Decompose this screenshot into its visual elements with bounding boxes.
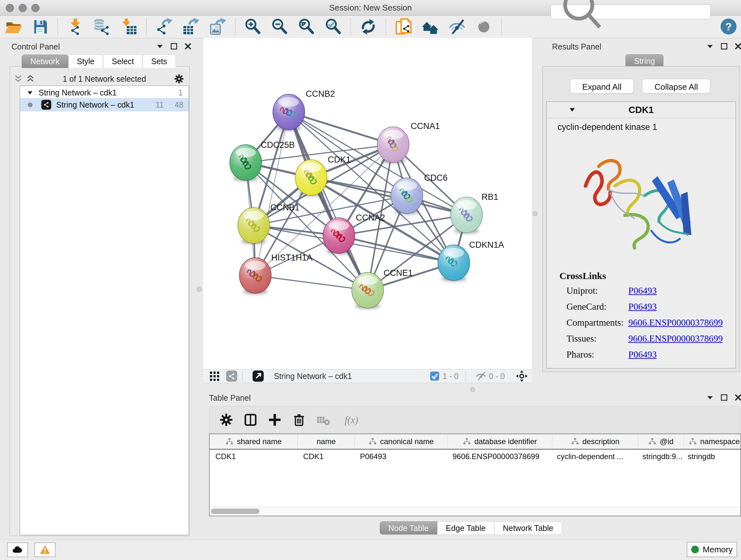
tab-network-table[interactable]: Network Table — [494, 521, 562, 535]
tab-sets[interactable]: Sets — [143, 55, 176, 68]
crosslink-link[interactable]: P06493 — [628, 286, 657, 296]
network-node-CDKN1A[interactable]: CDKN1A — [438, 240, 504, 282]
zoom-fit-icon[interactable] — [297, 18, 315, 36]
column-header-canonicalname[interactable]: canonical name — [355, 434, 448, 449]
network-collection-row[interactable]: String Network – cdk1 1 — [20, 87, 189, 98]
collapse-triangle-icon[interactable] — [26, 89, 33, 96]
expand-all-networks-icon[interactable] — [13, 74, 23, 84]
network-node-CCNB2[interactable]: CCNB2 — [273, 89, 335, 131]
zoom-selected-icon[interactable] — [324, 18, 342, 36]
hidden-eye-icon[interactable] — [475, 371, 486, 381]
left-splitter-handle[interactable] — [197, 287, 202, 292]
duplicate-icon[interactable] — [394, 18, 412, 36]
network-options-gear-icon[interactable] — [174, 73, 185, 84]
network-edge[interactable] — [289, 112, 393, 145]
network-node-CCNE1[interactable]: CCNE1 — [352, 268, 413, 309]
shared-column-icon — [689, 437, 697, 446]
export-image-icon[interactable] — [209, 18, 226, 36]
zoom-out-icon[interactable] — [271, 18, 288, 36]
crosslink-link[interactable]: P06493 — [628, 349, 657, 360]
results-panel-tab-string[interactable]: String — [625, 54, 664, 68]
grid-view-icon[interactable] — [208, 370, 220, 382]
birdseye-navigator-icon[interactable] — [516, 370, 528, 382]
column-header-id[interactable]: @id — [638, 434, 684, 449]
panel-menu-icon[interactable] — [706, 42, 714, 51]
table-options-gear-icon[interactable] — [219, 413, 233, 427]
table-cell[interactable]: CDK1 — [210, 449, 297, 463]
node-table[interactable]: shared namenamecanonical namedatabase id… — [209, 434, 741, 516]
add-column-icon[interactable] — [267, 413, 282, 427]
gene-section-header[interactable]: CDK1 — [547, 102, 736, 118]
crosslink-link[interactable]: 9606.ENSP00000378699 — [628, 317, 723, 328]
table-row[interactable]: CDK1CDK1P064939606.ENSP00000378699cyclin… — [210, 449, 741, 463]
tab-node-table[interactable]: Node Table — [380, 521, 437, 535]
network-node-HIST1H1A[interactable]: HIST1H1A — [239, 253, 313, 294]
export-network-icon[interactable] — [155, 18, 173, 36]
import-table-icon[interactable] — [120, 18, 138, 36]
search-box[interactable] — [550, 4, 711, 19]
zoom-in-icon[interactable] — [244, 18, 262, 36]
tab-network[interactable]: Network — [22, 55, 68, 68]
memory-button[interactable]: Memory — [687, 542, 737, 557]
bottom-splitter-handle[interactable] — [470, 387, 475, 392]
collapse-all-button[interactable]: Collapse All — [642, 79, 711, 94]
network-canvas[interactable]: CCNB2CCNA1CDC25BCDK1CDC6RB1CCNB1CCNA2CDK… — [203, 38, 533, 369]
collapse-triangle-icon[interactable] — [568, 106, 576, 114]
export-table-icon[interactable] — [182, 18, 200, 36]
table-cell[interactable]: 9606.ENSP00000378699 — [447, 449, 551, 463]
import-database-icon[interactable] — [93, 18, 111, 36]
tab-edge-table[interactable]: Edge Table — [437, 521, 494, 535]
column-header-name[interactable]: name — [298, 434, 355, 449]
tab-select[interactable]: Select — [103, 55, 142, 68]
column-header-sharedname[interactable]: shared name — [210, 434, 298, 449]
panel-menu-icon[interactable] — [706, 393, 714, 401]
eye-hide-icon[interactable] — [448, 18, 466, 36]
table-cell[interactable]: P06493 — [354, 449, 447, 463]
refresh-icon[interactable] — [359, 18, 377, 36]
panel-menu-icon[interactable] — [156, 42, 164, 51]
panel-close-icon[interactable] — [184, 42, 192, 51]
collapse-all-networks-icon[interactable] — [25, 74, 35, 84]
column-header-namespace[interactable]: namespace — [684, 434, 741, 449]
search-input[interactable] — [610, 5, 711, 18]
crosslink-link[interactable]: 9606.ENSP00000378699 — [628, 333, 723, 344]
panel-float-icon[interactable] — [170, 42, 178, 51]
network-edge[interactable] — [255, 275, 367, 290]
column-header-databaseidentifier[interactable]: database identifier — [448, 434, 552, 449]
table-cell[interactable]: cyclin-dependent ... — [551, 449, 636, 463]
right-splitter-handle[interactable] — [533, 211, 538, 216]
network-edges[interactable] — [246, 112, 467, 290]
selected-checkbox-icon[interactable] — [429, 371, 440, 381]
save-icon[interactable] — [31, 18, 49, 36]
table-cell[interactable]: stringdb — [682, 449, 741, 463]
panel-close-icon[interactable] — [734, 393, 741, 401]
panel-close-icon[interactable] — [734, 42, 741, 51]
panel-float-icon[interactable] — [720, 42, 728, 51]
open-icon[interactable] — [4, 18, 22, 36]
import-network-icon[interactable] — [66, 18, 84, 36]
network-node-CCNA1[interactable]: CCNA1 — [377, 121, 440, 164]
cloud-status-button[interactable] — [7, 543, 28, 557]
expand-all-button[interactable]: Expand All — [570, 79, 634, 94]
network-row-selected[interactable]: String Network – cdk1 11 48 — [20, 98, 189, 111]
scrollbar-thumb[interactable] — [211, 509, 259, 514]
table-cell[interactable]: stringdb:9... — [636, 449, 682, 463]
eye-show-icon[interactable] — [475, 18, 493, 36]
help-button[interactable]: ? — [721, 18, 737, 35]
network-edge[interactable] — [289, 112, 367, 290]
network-view-icon[interactable] — [226, 370, 238, 382]
tab-style[interactable]: Style — [68, 55, 104, 68]
network-node-RB1[interactable]: RB1 — [451, 192, 498, 234]
show-columns-icon[interactable] — [243, 413, 258, 427]
table-cell[interactable]: CDK1 — [297, 449, 354, 463]
table-hscrollbar[interactable] — [210, 507, 740, 516]
crosslink-link[interactable]: P06493 — [628, 301, 657, 312]
warnings-button[interactable] — [35, 543, 56, 557]
delete-column-icon[interactable] — [292, 413, 307, 427]
detach-view-icon[interactable] — [252, 370, 264, 382]
network-edge[interactable] — [339, 236, 454, 263]
homes-icon[interactable] — [421, 18, 439, 36]
panel-float-icon[interactable] — [720, 393, 728, 401]
network-edge[interactable] — [255, 112, 289, 275]
column-header-description[interactable]: description — [552, 434, 638, 449]
